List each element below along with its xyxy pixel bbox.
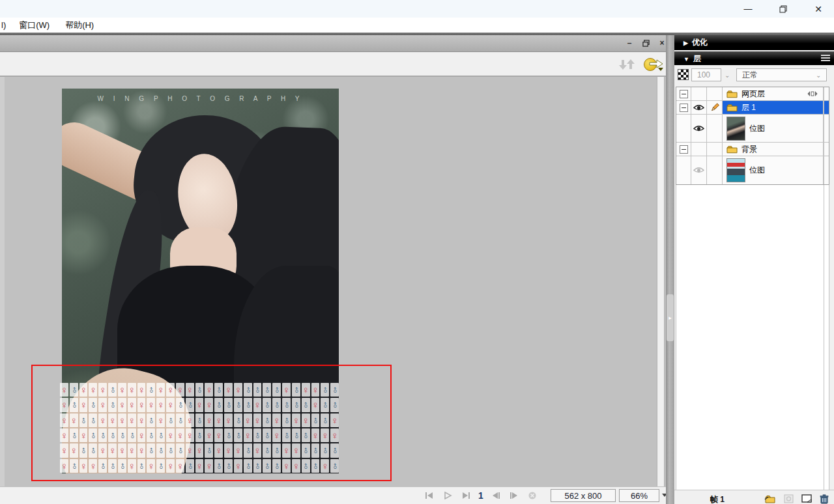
collapse-toggle-icon[interactable] (680, 145, 688, 154)
blend-caret-icon[interactable]: ⌄ (816, 72, 821, 79)
layer-row-webpage[interactable]: 网页层 (676, 87, 829, 101)
frame-options-button[interactable] (784, 494, 794, 504)
document-titlebar[interactable] (0, 35, 666, 52)
new-subfolder-button[interactable] (764, 494, 777, 504)
eye-icon[interactable] (693, 125, 704, 132)
opacity-checker-icon (678, 69, 689, 80)
visibility-cell[interactable] (691, 87, 707, 100)
current-frame-number[interactable]: 1 (478, 490, 483, 501)
layer-row-background[interactable]: 背景 (676, 143, 829, 156)
document-restore-button[interactable] (640, 38, 651, 48)
layer-name: 位图 (749, 123, 765, 134)
folder-icon (726, 104, 738, 112)
stop-loop-button[interactable] (526, 491, 538, 500)
document-toolbar (0, 52, 666, 77)
panel-collapse-handle[interactable]: ▸ (667, 294, 674, 341)
quick-export-caret-icon (658, 68, 663, 71)
restore-icon (779, 5, 787, 13)
layer-name: 位图 (749, 165, 765, 176)
window-close-button[interactable]: ✕ (803, 0, 833, 18)
opacity-field[interactable]: 100 (691, 68, 721, 81)
opacity-caret-icon[interactable]: ⌄ (725, 72, 730, 79)
layer-name: 背景 (741, 144, 757, 155)
layers-panel-header[interactable]: ▼ 层 (674, 51, 834, 66)
bitmap-thumbnail[interactable] (726, 117, 745, 141)
layer-name: 网页层 (741, 89, 765, 100)
menu-item-partial[interactable]: l) (0, 18, 11, 33)
menu-item-help[interactable]: 帮助(H) (57, 18, 102, 33)
blend-mode-dropdown[interactable]: 正常 (736, 68, 827, 81)
quick-export-arrow-icon (649, 59, 663, 68)
last-frame-button[interactable] (460, 491, 472, 500)
folder-icon (726, 145, 738, 154)
window-restore-button[interactable] (768, 0, 798, 18)
eye-hidden-icon[interactable] (693, 167, 704, 174)
canvas-size-display: 562 x 800 (551, 489, 616, 502)
layer-name: 层 1 (741, 102, 756, 113)
app-titlebar (0, 0, 834, 18)
web-layer-badge-icon (807, 88, 818, 100)
layer-row-bitmap-magazine[interactable]: 位图 (676, 156, 829, 184)
panel-splitter[interactable] (666, 35, 674, 504)
window-minimize-button[interactable]: — (733, 0, 763, 18)
layers-panel-bottom-bar: 帧 1 (674, 490, 834, 504)
folder-icon (726, 90, 738, 98)
layers-panel-title: 层 (693, 53, 701, 64)
layer-row-bitmap-girl[interactable]: 位图 (676, 115, 829, 143)
edit-cell (707, 87, 723, 100)
eye-icon[interactable] (693, 104, 704, 111)
canvas-left-strip (0, 77, 5, 486)
collapse-toggle-icon[interactable] (680, 104, 688, 112)
panel-menu-icon[interactable] (821, 55, 830, 63)
bitmap-thumbnail[interactable] (726, 158, 745, 182)
new-layer-button[interactable] (801, 494, 812, 504)
red-selection-rectangle[interactable] (31, 365, 392, 481)
quick-export-button[interactable] (644, 57, 663, 73)
collapse-toggle-icon[interactable] (680, 90, 688, 98)
expanded-triangle-icon: ▼ (683, 56, 689, 63)
zoom-level-dropdown[interactable]: 66% (619, 489, 659, 502)
menubar: l) 窗口(W) 帮助(H) (0, 18, 834, 33)
play-button[interactable] (442, 491, 453, 500)
pencil-icon (710, 103, 719, 112)
document-vertical-scrollbar[interactable] (657, 77, 665, 486)
optimize-panel-header[interactable]: ▶ 优化 (674, 35, 834, 50)
visibility-cell[interactable] (691, 143, 707, 156)
menu-item-window[interactable]: 窗口(W) (11, 18, 57, 33)
edit-cell (707, 143, 723, 156)
layers-list: 网页层 层 1 位图 (676, 87, 829, 186)
first-frame-button[interactable] (424, 491, 435, 500)
next-frame-button[interactable] (508, 491, 520, 500)
layer-row-layer1[interactable]: 层 1 (676, 101, 829, 115)
delete-layer-trash-icon[interactable] (820, 494, 829, 504)
photo-watermark-text: W I N G P H O T O G R A P H Y (62, 95, 339, 102)
frame-navigation: 1 (424, 490, 538, 501)
collapsed-triangle-icon: ▶ (683, 40, 688, 46)
optimize-panel-title: 优化 (692, 37, 708, 48)
document-restore-icon (642, 40, 650, 47)
layers-panel-empty-area (676, 185, 829, 490)
transfer-arrows-icon[interactable] (616, 57, 636, 74)
previous-frame-button[interactable] (490, 491, 502, 500)
frames-label: 帧 1 (710, 494, 725, 504)
document-minimize-button[interactable]: – (624, 38, 635, 48)
